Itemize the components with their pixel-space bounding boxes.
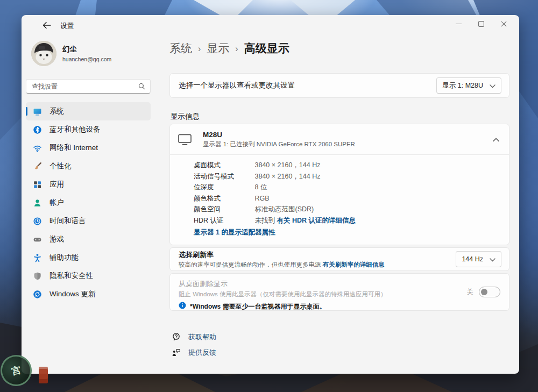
adapter-properties-link[interactable]: 显示器 1 的显示适配器属性	[194, 228, 275, 237]
get-help-link[interactable]: 获取帮助	[171, 329, 216, 345]
info-icon	[179, 302, 186, 311]
display-info-card: M28U 显示器 1: 已连接到 NVIDIA GeForce RTX 2060…	[169, 124, 509, 245]
breadcrumb-system[interactable]: 系统	[169, 41, 192, 56]
search-box[interactable]	[26, 79, 151, 94]
sidebar-item-accessibility[interactable]: 辅助功能	[26, 248, 151, 267]
sidebar-item-privacy[interactable]: 隐私和安全性	[26, 267, 151, 285]
sidebar-item-personalization[interactable]: 个性化	[26, 157, 151, 175]
bluetooth-icon	[33, 125, 42, 134]
remove-display-subtitle: 阻止 Windows 使用此显示器（仅对需要使用此显示器的特殊用途应用可用）	[179, 290, 501, 298]
display-info-header[interactable]: M28U 显示器 1: 已连接到 NVIDIA GeForce RTX 2060…	[170, 124, 509, 155]
display-selector-value: 显示 1: M28U	[442, 81, 483, 90]
apps-icon	[33, 180, 42, 189]
sidebar-item-network[interactable]: 网络和 Internet	[26, 139, 151, 157]
detail-row: 颜色空间 标准动态范围(SDR)	[194, 204, 500, 215]
display-details: 桌面模式 3840 × 2160，144 Hz 活动信号模式 3840 × 21…	[170, 155, 509, 239]
get-help-icon	[171, 332, 181, 341]
back-button[interactable]	[42, 21, 52, 30]
window-controls	[447, 15, 515, 32]
user-profile[interactable]: 幻尘 huanchen@qq.com	[31, 41, 111, 66]
refresh-rate-card: 选择刷新率 较高的速率可提供更流畅的动作，但也使用更多电源 有关刷新率的详细信息…	[169, 247, 509, 271]
titlebar: 设置	[22, 15, 519, 35]
hdr-info-link[interactable]: 有关 HDR 认证的详细信息	[277, 217, 356, 224]
monitor-icon	[178, 134, 193, 145]
update-icon	[33, 290, 42, 299]
wifi-icon	[33, 144, 42, 153]
detail-row: 活动信号模式 3840 × 2160，144 Hz	[194, 171, 500, 182]
chevron-down-icon	[490, 254, 495, 264]
avatar	[31, 41, 56, 66]
remove-display-toggle[interactable]	[479, 287, 500, 297]
breadcrumb: 系统 › 显示 › 高级显示	[169, 41, 289, 56]
breadcrumb-separator: ›	[198, 43, 201, 54]
display-selector-label: 选择一个显示器以查看或更改其设置	[179, 81, 436, 90]
detail-row-hdr: HDR 认证 未找到 有关 HDR 认证的详细信息	[194, 215, 500, 226]
sidebar-item-windows-update[interactable]: Windows 更新	[26, 285, 151, 303]
refresh-rate-value: 144 Hz	[462, 255, 483, 263]
controller-icon	[33, 235, 42, 244]
settings-window: 设置	[22, 15, 519, 374]
sidebar-item-accounts[interactable]: 帐户	[26, 194, 151, 212]
search-input[interactable]	[26, 83, 138, 90]
sidebar-item-apps[interactable]: 应用	[26, 175, 151, 194]
user-email: huanchen@qq.com	[62, 56, 111, 62]
person-icon	[33, 198, 42, 208]
feedback-link[interactable]: 提供反馈	[171, 345, 216, 360]
remove-display-title: 从桌面删除显示	[179, 279, 501, 289]
selected-indicator	[26, 107, 27, 116]
clock-icon	[33, 217, 42, 226]
monitor-status: 显示器 1: 已连接到 NVIDIA GeForce RTX 2060 SUPE…	[203, 140, 493, 148]
page-title: 高级显示	[244, 41, 289, 56]
remove-display-note: *Windows 需要至少一台监视器用于显示桌面。	[179, 302, 501, 311]
breadcrumb-display[interactable]: 显示	[207, 41, 229, 56]
chevron-down-icon	[490, 81, 495, 90]
toggle-label: 关	[467, 288, 474, 297]
feedback-icon	[171, 348, 181, 357]
footer-links: 获取帮助 提供反馈	[171, 329, 216, 360]
accessibility-icon	[33, 253, 42, 262]
maximize-button[interactable]	[470, 15, 492, 32]
chevron-up-icon[interactable]	[493, 134, 499, 144]
watermark-seal	[39, 367, 48, 383]
user-name: 幻尘	[62, 45, 111, 54]
section-title: 显示信息	[171, 112, 200, 122]
system-icon	[33, 107, 42, 116]
refresh-rate-dropdown[interactable]: 144 Hz	[456, 251, 501, 267]
close-button[interactable]	[492, 15, 515, 32]
display-selector-dropdown[interactable]: 显示 1: M28U	[436, 77, 501, 94]
sidebar-item-time-language[interactable]: 时间和语言	[26, 212, 151, 230]
detail-row: 桌面模式 3840 × 2160，144 Hz	[194, 160, 500, 171]
brush-icon	[33, 162, 42, 171]
refresh-rate-link[interactable]: 有关刷新率的详细信息	[323, 261, 385, 268]
refresh-rate-title: 选择刷新率	[179, 250, 456, 260]
search-icon	[138, 83, 145, 90]
app-title: 设置	[60, 22, 74, 31]
sidebar-item-gaming[interactable]: 游戏	[26, 230, 151, 248]
detail-row: 位深度 8 位	[194, 182, 500, 193]
toggle-knob	[481, 289, 487, 295]
remove-display-card: 从桌面删除显示 阻止 Windows 使用此显示器（仅对需要使用此显示器的特殊用…	[169, 273, 509, 311]
detail-row: 颜色格式 RGB	[194, 193, 500, 204]
sidebar-nav: 系统 蓝牙和其他设备 网络和 Internet	[26, 102, 151, 303]
display-selector-card: 选择一个显示器以查看或更改其设置 显示 1: M28U	[169, 73, 509, 98]
sidebar-item-label: 系统	[49, 106, 64, 116]
sidebar-item-system[interactable]: 系统	[26, 102, 151, 120]
shield-icon	[33, 272, 42, 281]
minimize-button[interactable]	[447, 15, 470, 32]
monitor-name: M28U	[203, 131, 493, 139]
refresh-rate-subtitle: 较高的速率可提供更流畅的动作，但也使用更多电源 有关刷新率的详细信息	[179, 261, 456, 269]
breadcrumb-separator: ›	[235, 43, 238, 54]
sidebar-item-bluetooth[interactable]: 蓝牙和其他设备	[26, 120, 151, 139]
